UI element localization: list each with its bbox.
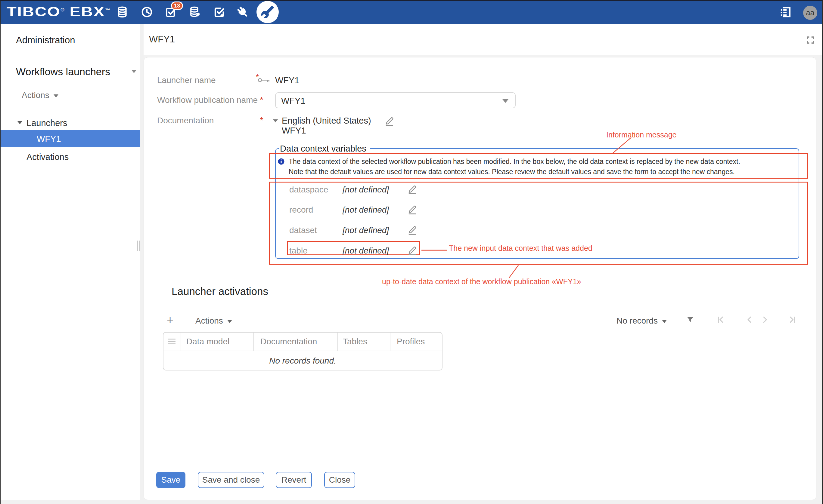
data-icon[interactable] [116, 6, 128, 18]
table-header: Data model Documentation Tables Profiles [163, 332, 442, 351]
column-header-data-model[interactable]: Data model [186, 332, 229, 346]
topbar: TIBCO® EBX™ 13 [0, 0, 823, 24]
primary-key-icon [257, 76, 270, 85]
annotation-new-input: The new input data context that was adde… [449, 244, 593, 253]
first-page-icon[interactable] [716, 314, 725, 325]
variable-name: dataset [289, 226, 317, 235]
documentation-edit-icon[interactable] [384, 116, 395, 127]
variable-edit-icon[interactable] [407, 204, 418, 215]
info-message-line2: Note that the default values are used fo… [289, 167, 800, 177]
data-context-legend: Data context variables [279, 144, 370, 154]
tasks-badge: 13 [171, 2, 183, 10]
next-page-icon[interactable] [761, 314, 770, 325]
page-title: WFY1 [149, 34, 175, 45]
integration-icon[interactable] [236, 6, 249, 18]
close-button[interactable]: Close [324, 472, 355, 488]
revert-button[interactable]: Revert [276, 472, 312, 488]
documentation-required: * [260, 115, 264, 125]
workflow-publication-select[interactable]: WFY1 [275, 92, 516, 108]
activations-actions-button[interactable]: Actions [195, 316, 232, 326]
tibco-ebx-logo: TIBCO® EBX™ [7, 4, 110, 19]
sidebar-item-launchers[interactable]: Launchers [26, 118, 67, 128]
column-header-tables[interactable]: Tables [343, 332, 367, 346]
save-and-close-button[interactable]: Save and close [198, 472, 264, 488]
info-icon [278, 158, 285, 165]
page: TIBCO® EBX™ 13 [0, 0, 823, 504]
empty-table-message: No records found. [163, 356, 442, 366]
variable-name: record [289, 205, 313, 215]
validation-icon[interactable] [214, 6, 226, 18]
dataset-edit-icon[interactable] [189, 6, 201, 18]
workflow-publication-required: * [260, 95, 264, 105]
administration-icon[interactable] [257, 1, 279, 23]
workflow-publication-value: WFY1 [281, 96, 306, 106]
variable-edit-icon[interactable] [407, 184, 418, 195]
column-header-documentation[interactable]: Documentation [261, 332, 317, 346]
launcher-name-value: WFY1 [275, 75, 300, 85]
variable-edit-icon[interactable] [407, 225, 418, 235]
info-message: The data context of the selected workflo… [289, 156, 800, 177]
info-message-line1: The data context of the selected workflo… [289, 156, 800, 167]
documentation-value: WFY1 [282, 126, 306, 136]
documentation-label: Documentation [157, 116, 214, 125]
section-caret-icon[interactable] [132, 70, 136, 73]
splitter[interactable] [140, 24, 144, 504]
form-card: Launcher name * WFY1 Workflow publicatio… [144, 57, 816, 500]
save-button[interactable]: Save [156, 472, 185, 488]
sidebar-title: Administration [16, 35, 75, 46]
variable-value: [not defined] [343, 226, 389, 235]
activations-table: Data model Documentation Tables Profiles… [163, 332, 443, 370]
launchers-expand-icon[interactable] [17, 121, 23, 124]
sidebar-item-wfy1[interactable]: WFY1 [0, 130, 140, 147]
fullscreen-icon[interactable] [805, 35, 815, 44]
sidebar: Administration Workflows launchers Actio… [0, 24, 140, 500]
variable-value: [not defined] [343, 185, 389, 195]
row-menu-icon[interactable] [168, 338, 175, 345]
tasks-icon[interactable]: 13 [165, 6, 177, 18]
add-activation-button[interactable]: + [167, 314, 173, 326]
previous-page-icon[interactable] [745, 314, 754, 325]
bottom-strip [0, 500, 823, 504]
documentation-locale: English (United States) [282, 116, 371, 126]
variable-name: table [289, 246, 308, 256]
filter-icon[interactable] [686, 314, 695, 325]
perspectives-icon[interactable] [779, 6, 791, 18]
variable-value: [not defined] [343, 246, 389, 256]
history-icon[interactable] [141, 6, 153, 18]
annotation-up-to-date: up-to-date data context of the workflow … [382, 277, 581, 286]
sidebar-actions-button[interactable]: Actions [22, 90, 58, 100]
content-header: WFY1 [144, 24, 823, 55]
last-page-icon[interactable] [788, 314, 797, 325]
sidebar-section-title[interactable]: Workflows launchers [16, 66, 110, 77]
variable-name: dataspace [289, 185, 328, 195]
variable-edit-icon[interactable] [407, 245, 418, 256]
variable-value: [not defined] [343, 205, 389, 215]
launcher-activations-title: Launcher activations [172, 285, 268, 297]
annotation-info-message: Information message [606, 131, 676, 139]
content: WFY1 Launcher name * WFY1 Workflow publi… [144, 24, 823, 504]
launcher-name-label: Launcher name [157, 75, 216, 85]
records-count-dropdown[interactable]: No records [617, 316, 667, 326]
workflow-publication-label: Workflow publication name [157, 95, 258, 105]
column-header-profiles[interactable]: Profiles [397, 332, 425, 346]
avatar[interactable]: aa [803, 6, 817, 20]
select-caret-icon [502, 99, 508, 103]
documentation-collapse-icon[interactable] [273, 119, 278, 122]
sidebar-item-activations[interactable]: Activations [26, 152, 68, 162]
